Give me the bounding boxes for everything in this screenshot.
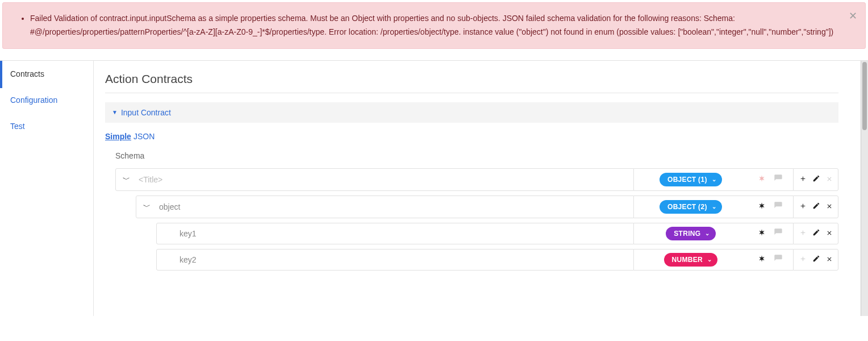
chevron-down-icon: ⌄ (712, 176, 716, 182)
actions-cell (793, 249, 838, 271)
actions-cell (793, 168, 838, 191)
schema-row: key2NUMBER⌄ (156, 249, 838, 271)
add-icon[interactable] (799, 175, 807, 184)
page-title: Action Contracts (105, 72, 838, 86)
type-badge[interactable]: STRING⌄ (666, 227, 715, 240)
property-name-cell[interactable]: key1 (156, 223, 634, 244)
type-badge[interactable]: NUMBER⌄ (664, 253, 718, 267)
type-cell: NUMBER⌄ (634, 249, 748, 271)
content-area: Action Contracts ▼ Input Contract Simple… (94, 61, 861, 316)
edit-icon[interactable] (812, 228, 820, 238)
delete-icon[interactable] (826, 229, 833, 238)
required-icon[interactable] (758, 255, 766, 264)
chevron-down-icon: ⌄ (712, 203, 716, 210)
add-icon[interactable] (799, 202, 807, 211)
property-name: key2 (180, 255, 197, 264)
comment-icon[interactable] (774, 254, 783, 265)
schema-label: Schema (115, 151, 838, 160)
property-name: <Title> (139, 175, 162, 184)
property-name: key1 (180, 229, 197, 238)
caret-down-icon: ▼ (112, 109, 118, 115)
meta-cell (748, 168, 793, 191)
comment-icon[interactable] (774, 201, 783, 212)
edit-icon[interactable] (812, 202, 820, 211)
meta-cell (748, 249, 793, 271)
property-name-cell[interactable]: ﹀object (136, 196, 634, 218)
schema-row: ﹀<Title>OBJECT (1)⌄ (115, 168, 838, 191)
sidebar-item-test[interactable]: Test (0, 113, 93, 139)
active-tab-indicator (0, 61, 2, 88)
sidebar-item-contracts[interactable]: Contracts (0, 61, 93, 87)
tab-json[interactable]: JSON (133, 132, 155, 141)
type-badge[interactable]: OBJECT (1)⌄ (660, 173, 722, 186)
edit-icon[interactable] (812, 255, 820, 264)
property-name-cell[interactable]: key2 (156, 249, 634, 271)
schema-editor: Schema ﹀<Title>OBJECT (1)⌄﹀objectOBJECT … (105, 151, 838, 271)
comment-icon[interactable] (774, 228, 783, 239)
schema-row: key1STRING⌄ (156, 223, 838, 244)
alert-message: Failed Validation of contract.input.inpu… (30, 12, 842, 39)
tab-simple[interactable]: Simple (105, 132, 131, 141)
close-icon[interactable]: ✕ (849, 10, 857, 22)
chevron-down-icon[interactable]: ﹀ (123, 174, 131, 185)
chevron-down-icon[interactable]: ﹀ (143, 202, 151, 212)
actions-cell (793, 196, 838, 218)
divider (105, 93, 838, 93)
actions-cell (793, 223, 838, 244)
meta-cell (748, 223, 793, 244)
sidebar: Contracts Configuration Test (0, 61, 94, 316)
sidebar-item-configuration[interactable]: Configuration (0, 87, 93, 113)
delete-icon[interactable] (826, 255, 833, 264)
delete-icon[interactable] (826, 202, 833, 211)
section-label: Input Contract (121, 108, 171, 117)
meta-cell (748, 196, 793, 218)
validation-alert: Failed Validation of contract.input.inpu… (2, 2, 866, 49)
chevron-down-icon: ⌄ (707, 256, 712, 263)
add-icon (799, 255, 807, 264)
type-cell: OBJECT (2)⌄ (634, 196, 748, 218)
property-name-cell[interactable]: ﹀<Title> (115, 168, 634, 191)
required-icon (758, 174, 766, 184)
main-panel: Contracts Configuration Test Action Cont… (0, 60, 868, 316)
schema-mode-tabs: SimpleJSON (105, 130, 838, 151)
type-cell: STRING⌄ (634, 223, 748, 244)
comment-icon[interactable] (774, 174, 783, 185)
schema-row: ﹀objectOBJECT (2)⌄ (136, 196, 838, 218)
delete-icon (826, 175, 833, 184)
chevron-down-icon: ⌄ (705, 230, 710, 236)
add-icon (799, 229, 807, 238)
edit-icon[interactable] (812, 174, 820, 184)
required-icon[interactable] (758, 202, 766, 211)
property-name: object (159, 202, 180, 211)
type-cell: OBJECT (1)⌄ (634, 168, 748, 191)
input-contract-toggle[interactable]: ▼ Input Contract (105, 102, 838, 123)
type-badge[interactable]: OBJECT (2)⌄ (660, 200, 722, 214)
required-icon[interactable] (758, 228, 766, 238)
